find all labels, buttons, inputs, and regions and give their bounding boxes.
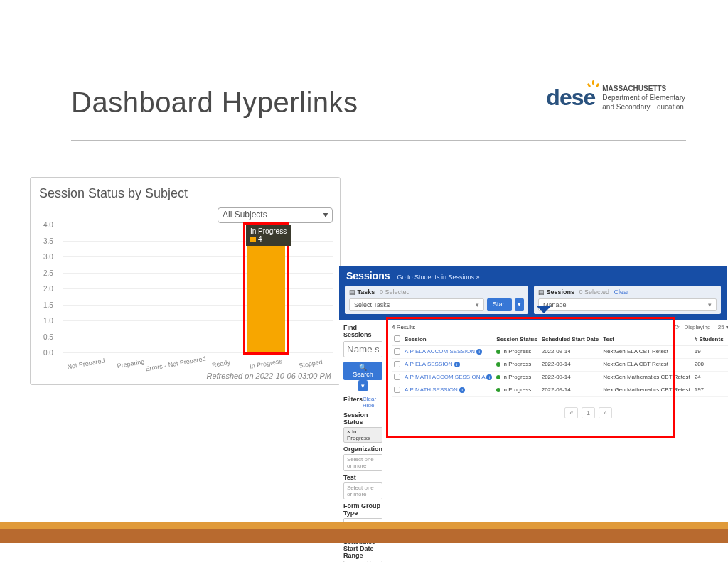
- y-tick: 2.5: [43, 269, 53, 276]
- x-tick: Preparing: [117, 358, 145, 370]
- sessions-heading: Sessions: [346, 270, 390, 281]
- test-label: Test: [343, 474, 382, 481]
- chart-title: Session Status by Subject: [39, 186, 331, 201]
- chart-plot-area: 0.00.51.01.52.02.53.03.54.0Not PreparedP…: [63, 225, 333, 352]
- sessions-screenshot: Sessions Go to Students in Sessions » ▤ …: [339, 266, 727, 510]
- test-select[interactable]: Select one or more: [343, 482, 382, 499]
- col-students[interactable]: # Students: [692, 333, 726, 346]
- logo-subtitle: MASSACHUSETTS Department of Elementary a…: [602, 84, 685, 112]
- y-tick: 0.0: [43, 349, 53, 357]
- refreshed-timestamp: Refreshed on 2022-10-06 03:00 PM: [206, 372, 331, 380]
- sessions-header: Sessions Go to Students in Sessions »: [339, 266, 727, 286]
- form-group-type-label: Form Group Type: [343, 502, 382, 517]
- y-tick: 2.0: [43, 285, 53, 293]
- manage-dropdown[interactable]: Manage▾: [538, 298, 717, 311]
- dese-logo: dese MASSACHUSETTS Department of Element…: [546, 84, 685, 112]
- title-underline: [71, 140, 686, 141]
- refresh-icon[interactable]: ⟳: [675, 324, 680, 330]
- sessions-selected-count: 0 Selected: [579, 288, 610, 296]
- x-tick: Not Prepared: [66, 357, 105, 370]
- y-tick: 3.5: [43, 237, 53, 244]
- clear-link[interactable]: Clear: [614, 288, 630, 296]
- y-tick: 0.5: [43, 333, 53, 340]
- name-starts-with-input[interactable]: [343, 341, 382, 357]
- y-tick: 1.0: [43, 317, 53, 325]
- subject-select[interactable]: All Subjects▾: [218, 207, 333, 223]
- x-tick: Stopped: [299, 358, 323, 369]
- y-tick: 4.0: [43, 221, 53, 229]
- search-dropdown[interactable]: ▾: [358, 380, 368, 391]
- tasks-toolbox: ▤ Tasks 0 Selected Select Tasks▾ Start ▾: [345, 286, 528, 314]
- find-sessions-title: Find Sessions: [343, 324, 382, 338]
- x-tick: In Progress: [249, 357, 282, 370]
- list-icon: ▤: [349, 288, 355, 296]
- tasks-label: Tasks: [358, 288, 375, 296]
- footer-band: [0, 522, 728, 543]
- select-tasks-dropdown[interactable]: Select Tasks▾: [349, 298, 484, 311]
- results-highlight-box: [386, 317, 675, 438]
- start-button[interactable]: Start: [487, 298, 512, 311]
- logo-word: dese: [546, 85, 595, 111]
- session-status-pill[interactable]: × In Progress: [343, 427, 382, 443]
- x-tick: Errors - Not Prepared: [145, 355, 206, 373]
- organization-label: Organization: [343, 445, 382, 453]
- page-size-select[interactable]: 25 ▾: [715, 324, 728, 330]
- sessions-box-label: Sessions: [547, 288, 575, 296]
- chart-tooltip: In Progress4: [246, 225, 291, 246]
- clear-hide-links[interactable]: Clear Hide: [363, 396, 382, 409]
- list-icon: ▤: [538, 288, 545, 296]
- sunburst-icon: [587, 79, 599, 92]
- col-actual[interactable]: Actual Start Date: [726, 333, 728, 346]
- search-button[interactable]: 🔍 Search: [343, 362, 382, 380]
- y-tick: 3.0: [43, 253, 53, 261]
- displaying-label: Displaying: [685, 324, 711, 330]
- arrow-down-icon: [537, 306, 551, 313]
- organization-select[interactable]: Select one or more: [343, 454, 382, 471]
- start-dropdown[interactable]: ▾: [515, 298, 524, 311]
- x-tick: Ready: [211, 359, 230, 369]
- sessions-toolbox: ▤ Sessions 0 Selected Clear Manage▾: [534, 286, 721, 314]
- y-tick: 1.5: [43, 301, 53, 308]
- session-status-label: Session Status: [343, 411, 382, 426]
- session-status-chart-panel: Session Status by Subject All Subjects▾ …: [30, 177, 341, 385]
- go-to-students-link[interactable]: Go to Students in Sessions »: [397, 274, 479, 281]
- tasks-selected-count: 0 Selected: [380, 288, 410, 296]
- filters-label: Filters: [343, 396, 363, 409]
